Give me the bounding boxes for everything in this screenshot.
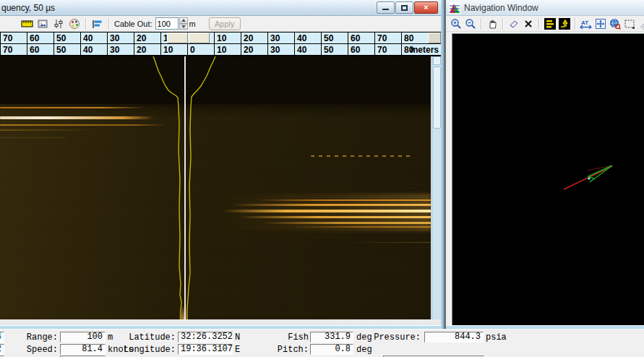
zoom-in-button[interactable] xyxy=(449,17,463,31)
ruler-corner-button[interactable] xyxy=(428,33,441,43)
cable-out-input[interactable] xyxy=(155,17,179,30)
flag-tool-button[interactable] xyxy=(90,17,106,31)
pitch-unit: deg xyxy=(356,345,372,355)
longitude-value: 19:36.3107 xyxy=(178,344,233,355)
pitch-label: Pitch: xyxy=(265,345,309,355)
sonar-echo-streak xyxy=(239,216,431,218)
ruler-cell: 70 xyxy=(374,44,401,55)
maximize-button[interactable] xyxy=(395,1,413,14)
navigation-window: Navigation Window xyxy=(446,0,644,329)
nadir-glow xyxy=(179,306,188,319)
navigation-window-title: Navigation Window xyxy=(464,3,538,13)
cutoff-field: 2 xyxy=(0,344,4,355)
delete-x-icon xyxy=(523,18,534,30)
ruler-cell: 30 xyxy=(107,33,134,43)
sonar-echo-streak xyxy=(0,129,98,131)
zoom-in-icon xyxy=(450,18,462,30)
ruler-cell: 0 xyxy=(187,44,214,55)
world-zoom-icon xyxy=(609,18,621,30)
latitude-label: Latitude: xyxy=(111,332,176,343)
ruler-cell: 70 xyxy=(374,33,401,43)
cable-out-stepper[interactable] xyxy=(179,17,188,30)
speed-value: 81.4 xyxy=(60,344,106,355)
sonar-echo-streak xyxy=(257,199,431,201)
navigation-titlebar[interactable]: Navigation Window xyxy=(446,0,644,16)
ruler-cell: 20 xyxy=(134,33,160,43)
sonar-echo-band xyxy=(217,194,431,231)
pan-button[interactable] xyxy=(485,17,499,31)
pressure-value: 844.3 xyxy=(424,332,484,343)
levels-tool-button[interactable] xyxy=(51,17,66,31)
ruler-cell: 50 xyxy=(321,44,348,55)
window-bottom-border xyxy=(0,319,441,329)
sonar-echo-streak xyxy=(0,107,145,108)
sonar-toolbar: Cable Out: m Apply xyxy=(0,16,441,32)
ruler-cell: 30 xyxy=(107,44,134,55)
sonar-echo-streak xyxy=(0,116,154,119)
ruler-center-marker-button[interactable] xyxy=(189,33,210,43)
sonar-echo-streak xyxy=(231,204,431,206)
event-list-icon xyxy=(544,18,556,30)
ruler-icon xyxy=(21,18,33,30)
ruler-cell: 40 xyxy=(294,33,321,43)
scrollbar-up-button[interactable] xyxy=(433,56,441,65)
ruler-cell: 40 xyxy=(80,33,107,43)
ruler-cell: 10 xyxy=(160,44,187,55)
ruler-cell: 30 xyxy=(267,33,294,43)
navigation-map[interactable] xyxy=(452,33,644,325)
minimize-button[interactable] xyxy=(377,1,395,14)
ruler-row-bottom: 7060504030201001020304050607080meters xyxy=(0,44,441,55)
select-region-button[interactable] xyxy=(622,17,637,31)
fix-point xyxy=(588,177,591,180)
ruler-tool-button[interactable] xyxy=(19,17,35,31)
auto-track-button[interactable]: AT xyxy=(579,17,593,31)
range-label: Range: xyxy=(14,332,58,343)
ruler-cell: 80 xyxy=(401,33,428,43)
event-move-button[interactable] xyxy=(557,17,572,31)
zoom-out-button[interactable] xyxy=(463,17,478,31)
ruler-row-top: 706050403020101020304050607080 xyxy=(0,33,441,43)
sonar-window-title: quency, 50 µs xyxy=(1,3,55,13)
ruler-cell: 70 xyxy=(0,33,27,43)
delete-button[interactable] xyxy=(521,17,536,31)
palette-icon xyxy=(68,18,81,30)
eraser-button[interactable] xyxy=(507,17,521,31)
image-tool-button[interactable] xyxy=(35,17,51,31)
world-zoom-button[interactable] xyxy=(608,17,622,31)
flag-icon xyxy=(91,18,104,30)
sonar-waterfall-display[interactable] xyxy=(0,56,431,319)
scrollbar-thumb[interactable] xyxy=(433,66,441,129)
apply-button[interactable]: Apply xyxy=(209,17,241,30)
ruler-center-marker-button[interactable] xyxy=(167,33,188,43)
sonar-echo-streak xyxy=(0,137,65,138)
pressure-label: Pressure: xyxy=(370,332,421,343)
pressure-unit: psia xyxy=(486,332,507,343)
zoom-out-icon xyxy=(465,18,476,30)
event-move-icon xyxy=(559,18,570,30)
sonar-window-titlebar[interactable]: quency, 50 µs × xyxy=(0,0,441,16)
fit-extents-icon xyxy=(595,18,606,30)
toolbar-separator xyxy=(575,18,576,30)
stepper-up-button[interactable] xyxy=(179,17,188,24)
pan-hand-icon xyxy=(486,18,498,30)
sonar-vertical-scrollbar[interactable] xyxy=(432,56,441,319)
sonar-window: quency, 50 µs × xyxy=(0,0,444,329)
event-list-button[interactable] xyxy=(543,17,557,31)
toolbar-separator xyxy=(108,18,110,30)
fish-heading-value: 331.9 xyxy=(310,332,353,343)
toolbar-separator xyxy=(502,18,504,30)
stepper-down-button[interactable] xyxy=(179,24,188,30)
toolbar-separator xyxy=(481,18,482,30)
auto-track-icon: AT xyxy=(580,18,593,30)
eraser-icon xyxy=(508,18,520,30)
measure-button[interactable] xyxy=(637,17,644,31)
longitude-unit: E xyxy=(235,345,240,355)
fit-extents-button[interactable] xyxy=(593,17,608,31)
range-value: 100 xyxy=(60,332,106,343)
fish-heading-label: Fish xyxy=(265,332,309,343)
close-button[interactable]: × xyxy=(414,1,438,14)
image-icon xyxy=(37,18,48,30)
navigation-toolbar: AT N xyxy=(446,16,644,32)
latitude-unit: N xyxy=(235,332,240,343)
palette-tool-button[interactable] xyxy=(66,17,82,31)
